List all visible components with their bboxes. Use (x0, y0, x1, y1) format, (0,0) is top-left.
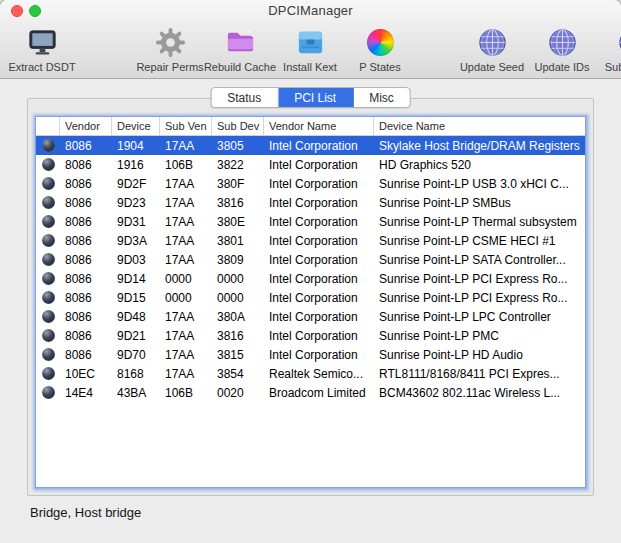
table-row[interactable]: 14E443BA106B0020Broadcom LimitedBCM43602… (36, 383, 585, 402)
window-chrome: DPCIManager Extract DSDTRepair PermsRebu… (0, 0, 621, 79)
globe-icon (477, 25, 508, 59)
device-icon (42, 253, 55, 266)
cell-vendor-name: Intel Corporation (264, 272, 374, 286)
device-icon (42, 386, 55, 399)
cell-device: 9D2F (112, 177, 160, 191)
cell-device: 43BA (112, 386, 160, 400)
toolbar-button-repair-perms[interactable]: Repair Perms (140, 25, 200, 73)
toolbar-button-update-seed[interactable]: Update Seed (462, 25, 522, 73)
tab-pci-list[interactable]: PCI List (278, 88, 353, 107)
cell-device-name: RTL8111/8168/8411 PCI Expres... (374, 367, 585, 381)
toolbar-button-rebuild-cache[interactable]: Rebuild Cache (210, 25, 270, 73)
column-header-sub-ven[interactable]: Sub Ven (160, 117, 212, 135)
device-icon (42, 196, 55, 209)
cell-device: 9D70 (112, 348, 160, 362)
cell-vendor-name: Intel Corporation (264, 234, 374, 248)
toolbar: Extract DSDTRepair PermsRebuild CacheIns… (0, 22, 621, 73)
cell-device: 9D3A (112, 234, 160, 248)
tab-bar: StatusPCI ListMisc (210, 87, 411, 108)
table-row[interactable]: 80869D3117AA380EIntel CorporationSunrise… (36, 212, 585, 231)
cell-vendor: 14E4 (60, 386, 112, 400)
cell-device-name: Sunrise Point-LP CSME HECI #1 (374, 234, 585, 248)
cell-device-name: Skylake Host Bridge/DRAM Registers (374, 139, 585, 153)
table-row[interactable]: 8086190417AA3805Intel CorporationSkylake… (36, 136, 585, 155)
device-icon-cell (36, 367, 60, 380)
gear-icon (155, 25, 186, 59)
close-button[interactable] (11, 5, 23, 17)
cell-device-name: Sunrise Point-LP SMBus (374, 196, 585, 210)
table-row[interactable]: 80869D2317AA3816Intel CorporationSunrise… (36, 193, 585, 212)
cell-vendor-name: Intel Corporation (264, 291, 374, 305)
cell-device-name: Sunrise Point-LP SATA Controller... (374, 253, 585, 267)
cell-vendor-name: Intel Corporation (264, 253, 374, 267)
cell-vendor: 8086 (60, 177, 112, 191)
table-row[interactable]: 80869D2F17AA380FIntel CorporationSunrise… (36, 174, 585, 193)
cell-vendor-name: Intel Corporation (264, 310, 374, 324)
device-icon-cell (36, 177, 60, 190)
device-icon-cell (36, 329, 60, 342)
column-header-vendor-name[interactable]: Vendor Name (264, 117, 374, 135)
table-row[interactable]: 10EC816817AA3854Realtek Semico...RTL8111… (36, 364, 585, 383)
cell-sub-ven: 17AA (160, 367, 212, 381)
cell-vendor: 8086 (60, 196, 112, 210)
column-header-sub-dev[interactable]: Sub Dev (212, 117, 264, 135)
cell-sub-ven: 0000 (160, 291, 212, 305)
tab-misc[interactable]: Misc (353, 88, 410, 107)
cell-sub-ven: 17AA (160, 329, 212, 343)
cell-sub-dev: 380F (212, 177, 264, 191)
toolbar-button-install-kext[interactable]: Install Kext (280, 25, 340, 73)
column-header-device[interactable]: Device (112, 117, 160, 135)
cell-sub-ven: 17AA (160, 234, 212, 248)
toolbar-button-label: Extract DSDT (8, 61, 75, 73)
table-row[interactable]: 80869D1400000000Intel CorporationSunrise… (36, 269, 585, 288)
cell-vendor: 8086 (60, 158, 112, 172)
cell-sub-ven: 17AA (160, 310, 212, 324)
cell-vendor: 8086 (60, 234, 112, 248)
toolbar-button-extract-dsdt[interactable]: Extract DSDT (6, 25, 78, 73)
cell-vendor-name: Intel Corporation (264, 329, 374, 343)
table-header: VendorDeviceSub VenSub DevVendor NameDev… (36, 117, 585, 136)
table-row[interactable]: 80869D0317AA3809Intel CorporationSunrise… (36, 250, 585, 269)
device-icon-cell (36, 215, 60, 228)
cell-vendor-name: Intel Corporation (264, 196, 374, 210)
table-row[interactable]: 80869D1500000000Intel CorporationSunrise… (36, 288, 585, 307)
zoom-button[interactable] (29, 5, 41, 17)
table-row[interactable]: 80861916106B3822Intel CorporationHD Grap… (36, 155, 585, 174)
cell-sub-dev: 3815 (212, 348, 264, 362)
cell-device: 1904 (112, 139, 160, 153)
device-icon (42, 291, 55, 304)
column-header-vendor[interactable]: Vendor (60, 117, 112, 135)
status-text: Bridge, Host bridge (30, 505, 141, 520)
table-row[interactable]: 80869D2117AA3816Intel CorporationSunrise… (36, 326, 585, 345)
cell-vendor: 8086 (60, 329, 112, 343)
cell-sub-dev: 0020 (212, 386, 264, 400)
toolbar-button-p-states[interactable]: P States (350, 25, 410, 73)
cell-sub-dev: 0000 (212, 291, 264, 305)
device-icon (42, 234, 55, 247)
cell-vendor-name: Intel Corporation (264, 139, 374, 153)
cell-device: 9D14 (112, 272, 160, 286)
table-row[interactable]: 80869D7017AA3815Intel CorporationSunrise… (36, 345, 585, 364)
column-header-icon[interactable] (36, 117, 60, 135)
pci-device-table[interactable]: VendorDeviceSub VenSub DevVendor NameDev… (35, 116, 586, 488)
device-icon (42, 367, 55, 380)
cell-sub-ven: 106B (160, 158, 212, 172)
toolbar-button-update-ids[interactable]: Update IDs (532, 25, 592, 73)
cell-device-name: Sunrise Point-LP Thermal subsystem (374, 215, 585, 229)
window-title: DPCIManager (0, 0, 621, 22)
tab-status[interactable]: Status (211, 88, 278, 107)
cell-vendor-name: Broadcom Limited (264, 386, 374, 400)
table-row[interactable]: 80869D4817AA380AIntel CorporationSunrise… (36, 307, 585, 326)
cell-sub-ven: 106B (160, 386, 212, 400)
cell-sub-dev: 3816 (212, 329, 264, 343)
device-icon-cell (36, 139, 60, 152)
device-icon (42, 215, 55, 228)
table-row[interactable]: 80869D3A17AA3801Intel CorporationSunrise… (36, 231, 585, 250)
cell-device-name: Sunrise Point-LP PCI Express Ro... (374, 291, 585, 305)
device-icon (42, 272, 55, 285)
titlebar[interactable]: DPCIManager (0, 0, 621, 22)
device-icon-cell (36, 234, 60, 247)
toolbar-button-submit-list[interactable]: Submit List (602, 25, 621, 73)
column-header-device-name[interactable]: Device Name (374, 117, 585, 135)
cell-device-name: Sunrise Point-LP PMC (374, 329, 585, 343)
